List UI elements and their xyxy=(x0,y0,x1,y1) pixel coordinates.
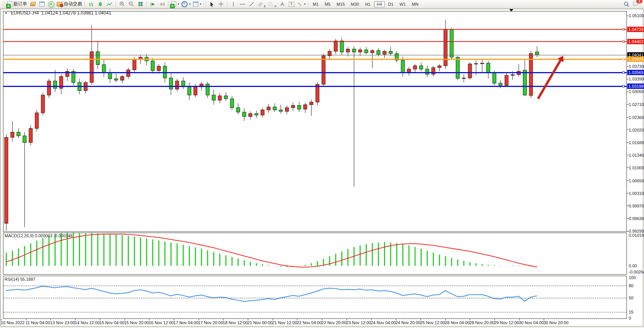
price-axis-label: 0.99290 xyxy=(629,229,644,233)
rsi-axis-label: 50 xyxy=(629,296,633,300)
timeframe-h4[interactable]: H4 xyxy=(374,1,385,7)
templates-button[interactable]: ▾ xyxy=(192,0,202,8)
signals-button[interactable] xyxy=(47,0,56,8)
line-chart-icon xyxy=(106,2,112,7)
periods-button[interactable]: ▾ xyxy=(180,0,192,8)
toolbar-grip xyxy=(204,1,206,7)
horizontal-line-tool[interactable] xyxy=(238,0,247,8)
time-axis-label: 14 Nov 12:00 xyxy=(75,320,100,325)
text-tool[interactable]: A xyxy=(278,0,287,8)
price-axis-label: 1.01340 xyxy=(629,153,644,158)
line-handle[interactable] xyxy=(622,28,625,31)
price-axis-label: 1.02020 xyxy=(629,128,644,132)
price-badge-1.04733: 1.04733 xyxy=(627,27,644,32)
data-window-icon xyxy=(39,2,45,6)
auto-trading-button[interactable]: 自动交易 xyxy=(56,0,83,8)
horizontal-line-1.03198[interactable] xyxy=(3,86,627,87)
new-order-button[interactable]: 新订单 xyxy=(6,0,28,8)
crosshair-icon xyxy=(218,1,224,7)
cursor-button[interactable] xyxy=(207,0,216,8)
price-axis-label: 0.99630 xyxy=(629,216,644,221)
rsi-axis-label: 0 xyxy=(629,316,631,320)
line-handle[interactable] xyxy=(622,71,625,74)
macd-axis-min: -0.002642 xyxy=(629,270,644,274)
vertical-line-tool[interactable] xyxy=(229,0,238,8)
zoom-in-button[interactable] xyxy=(117,0,127,8)
tile-windows-button[interactable] xyxy=(136,0,145,8)
macd-axis-max: 0.010191 xyxy=(629,233,644,238)
timeframe-h1[interactable]: H1 xyxy=(363,1,373,7)
price-axis-label: 1.03050 xyxy=(629,89,644,94)
line-chart-button[interactable] xyxy=(105,0,114,8)
timeframe-group: M1M5M15M30H1H4D1W1MN xyxy=(310,1,421,7)
horizontal-line-1.03926[interactable] xyxy=(3,59,627,60)
auto-trading-label: 自动交易 xyxy=(64,1,82,7)
channel-tool[interactable]: E xyxy=(256,0,267,8)
search-button[interactable] xyxy=(622,0,631,8)
new-chart-button[interactable]: ▾ xyxy=(170,0,180,8)
price-axis-label: 1.01680 xyxy=(629,140,644,145)
macd-indicator-label: MACD(12,26,9) 0.000003 -0.000348 xyxy=(5,233,72,238)
toolbar-separator xyxy=(146,1,147,7)
time-axis-label: 17 Nov 20:00 xyxy=(198,320,223,325)
time-axis-label: 18 Nov 12:00 xyxy=(223,320,247,325)
horizontal-line-1.04041[interactable] xyxy=(3,55,627,55)
time-axis-label: 24 Nov 04:00 xyxy=(371,320,396,325)
time-axis-label: 13 Nov 23:00 xyxy=(50,320,75,325)
timeframe-mn[interactable]: MN xyxy=(409,1,421,7)
price-axis-label: 1.00650 xyxy=(629,178,644,183)
time-axis-label: 21 Nov 12:00 xyxy=(272,320,297,325)
data-window-button[interactable] xyxy=(37,0,47,8)
new-chart-icon xyxy=(171,1,176,7)
horizontal-line-1.04402[interactable] xyxy=(3,41,627,42)
candlestick-chart-button[interactable] xyxy=(96,0,105,8)
notification-badge: 1 xyxy=(636,0,642,3)
symbols-icon xyxy=(30,2,35,6)
timeframe-m1[interactable]: M1 xyxy=(310,1,321,7)
arrows-tool[interactable]: ▾ xyxy=(296,0,307,8)
vertical-line-icon xyxy=(231,2,235,7)
rsi-level-15 xyxy=(3,312,626,312)
price-badge-1.03198: 1.03198 xyxy=(627,84,644,89)
auto-trading-icon xyxy=(57,2,63,6)
toolbar-separator xyxy=(85,1,85,7)
auto-scroll-icon xyxy=(159,2,165,7)
zoom-in-icon xyxy=(119,1,125,7)
horizontal-line-1.03565[interactable] xyxy=(3,72,627,73)
one-click-trading-toggle-icon[interactable]: ▼ xyxy=(5,11,8,15)
horizontal-line-1.04733[interactable] xyxy=(3,29,627,30)
line-handle[interactable] xyxy=(622,40,625,43)
rsi-axis-label: 15 xyxy=(629,310,633,314)
price-axis-label: 1.03730 xyxy=(629,64,644,69)
rsi-axis-label: 100 xyxy=(629,275,636,280)
text-label-tool[interactable]: T xyxy=(287,0,296,8)
zoom-out-icon xyxy=(128,1,134,7)
chevron-down-icon: ▾ xyxy=(304,2,305,6)
macd-pane xyxy=(3,233,627,275)
crosshair-button[interactable] xyxy=(216,0,225,8)
toolbar-separator xyxy=(308,1,308,7)
chart-shift-marker[interactable] xyxy=(509,9,513,11)
bar-chart-button[interactable] xyxy=(87,0,96,8)
time-axis-label: 22 Nov 20:00 xyxy=(321,320,346,325)
timeframe-m5[interactable]: M5 xyxy=(322,1,333,7)
chart-shift-button[interactable] xyxy=(148,0,157,8)
symbols-button[interactable] xyxy=(28,0,37,8)
clock-icon xyxy=(181,1,188,7)
rsi-axis-label: 80 xyxy=(629,283,633,288)
auto-scroll-button[interactable] xyxy=(157,0,167,8)
zoom-out-button[interactable] xyxy=(127,0,136,8)
time-axis-label: 23 Nov 12:00 xyxy=(346,320,371,325)
timeframe-d1[interactable]: D1 xyxy=(385,1,396,7)
timeframe-m15[interactable]: M15 xyxy=(334,1,347,7)
line-handle[interactable] xyxy=(622,58,625,60)
trendline-tool[interactable] xyxy=(247,0,256,8)
timeframe-m30[interactable]: M30 xyxy=(348,1,361,7)
line-handle[interactable] xyxy=(622,85,625,87)
rsi-level-80 xyxy=(3,286,626,286)
chart-symbol-period: EURUSD-,H4 xyxy=(11,10,39,16)
price-axis-label: 1.02710 xyxy=(629,102,644,107)
fibonacci-tool[interactable]: F xyxy=(267,0,278,8)
timeframe-w1[interactable]: W1 xyxy=(397,1,409,7)
community-chat-button[interactable]: 1 xyxy=(631,0,640,8)
